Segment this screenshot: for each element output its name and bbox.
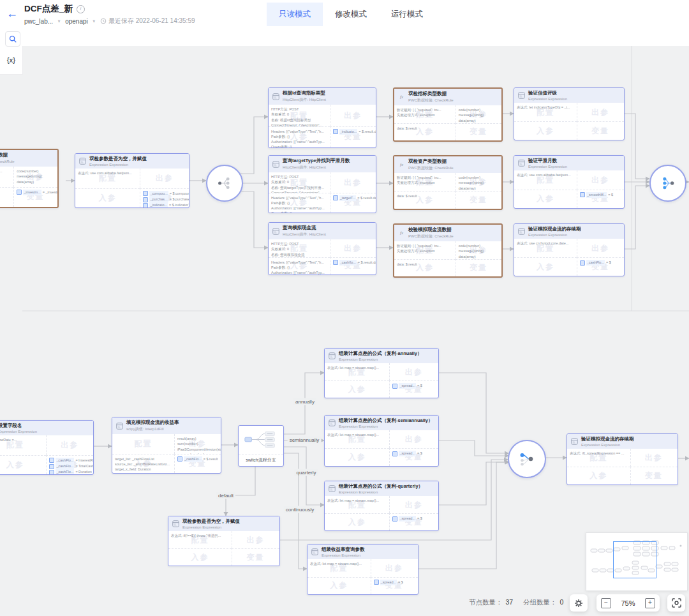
settings-button[interactable] bbox=[570, 594, 588, 612]
focus-icon bbox=[672, 598, 681, 608]
plugin-icon bbox=[517, 159, 526, 167]
variable-tag: _cashFlo...= $.result bbox=[177, 456, 218, 462]
node-title: 验证平滑月数 bbox=[528, 158, 567, 164]
flow-node-expr-quarterly[interactable]: 组装计算点差的公式（复利-quarterly）Expression Expres… bbox=[324, 481, 439, 531]
variable-tag: _cashflo...= $.result.dat... bbox=[333, 260, 373, 266]
tab-mode-0[interactable]: 只读模式 bbox=[267, 3, 323, 26]
flow-node-expr-rating[interactable]: 验证估值评级Expression Expression配置出参入参变量表达式: … bbox=[514, 87, 625, 140]
checkrule-icon: fx bbox=[397, 93, 406, 101]
flow-node-merge-top[interactable] bbox=[649, 165, 686, 202]
plugin-icon bbox=[517, 91, 526, 100]
flow-node-setfield-partial[interactable]: 设置字段名Expression Expression配置出参入参变量_cashF… bbox=[0, 420, 94, 475]
node-subtitle: Expression Expression bbox=[528, 165, 567, 169]
tab-mode-1[interactable]: 修改模式 bbox=[323, 3, 379, 26]
flow-node-expr-smooth[interactable]: 验证平滑月数Expression Expression配置出参入参变量表达式: … bbox=[514, 155, 625, 209]
node-subtitle: Expression Expression bbox=[339, 357, 422, 361]
node-subtitle: Expression Expression bbox=[339, 490, 423, 494]
switch-node-label: switch流程分支 bbox=[239, 454, 283, 466]
flow-node-switch-branch[interactable]: switch流程分支 bbox=[238, 425, 284, 467]
node-count: 节点数量：37 bbox=[469, 598, 513, 607]
variable-tag: _targetT...= $.result.data bbox=[333, 195, 373, 201]
plugin-icon bbox=[78, 157, 87, 165]
node-title: 查询targetType并找到平滑月数 bbox=[283, 158, 350, 164]
flow-node-check-cashflow[interactable]: fx校验模拟现金流数据PWC数据校验: CheckRule配置出参入参变量验证规… bbox=[393, 223, 503, 278]
flow-node-check-asset[interactable]: fx双检资产类型数据PWC数据校验: CheckRule配置出参入参变量验证规则… bbox=[393, 155, 503, 210]
zoom-out-button[interactable]: − bbox=[601, 598, 611, 608]
node-subtitle: Expression Expression bbox=[182, 525, 240, 529]
variable-tag: _compou...= $.compoun... bbox=[143, 191, 186, 197]
clock-icon bbox=[100, 18, 107, 24]
variable-tag: _purchas...= $.purchase... bbox=[143, 197, 186, 202]
flow-canvas[interactable]: {x} fx校验投资参数数据PWC数据校验: CheckRule配置出参入参变量… bbox=[0, 46, 689, 616]
flow-node-expr-annually[interactable]: 组装计算点差的公式（复利-annually）Expression Express… bbox=[324, 348, 439, 398]
checkrule-icon: fx bbox=[397, 229, 406, 237]
workspace-select[interactable]: pwc_lab... bbox=[24, 18, 53, 25]
flow-node-expr-yield-params[interactable]: 组装收益率查询参数Expression Expression配置出参入参变量表达… bbox=[307, 544, 419, 595]
zoom-control: − 75% + bbox=[596, 594, 660, 612]
variables-panel-toggle[interactable]: {x} bbox=[0, 46, 23, 75]
edge-label-quarterly: quarterly bbox=[294, 469, 318, 476]
info-icon[interactable]: i bbox=[77, 5, 85, 13]
flow-node-expr-duration-top[interactable]: 验证模拟现金流的存续期Expression Expression配置出参入参变量… bbox=[514, 223, 625, 276]
minimap[interactable] bbox=[586, 532, 688, 591]
flow-node-expr-semiannually[interactable]: 组装计算点差的公式（复利-semiannually）Expression Exp… bbox=[324, 415, 439, 467]
flow-node-check-invest-partial[interactable]: fx校验投资参数数据PWC数据校验: CheckRule配置出参入参变量验证规则… bbox=[0, 149, 59, 208]
node-subtitle: Expression Expression bbox=[581, 443, 634, 447]
variable-tag: _spread...= $ bbox=[374, 580, 415, 585]
plugin-icon bbox=[570, 437, 579, 446]
node-title: 校验投资参数数据 bbox=[0, 152, 15, 158]
plugin-icon bbox=[272, 93, 280, 101]
plugin-icon bbox=[172, 520, 180, 528]
edge-label-annually: annually bbox=[293, 398, 316, 405]
node-title: 设置字段名 bbox=[0, 423, 37, 429]
node-subtitle: Expression Expression bbox=[322, 553, 365, 557]
flow-node-check-indicator[interactable]: fx双检指标类型数据PWC数据校验: CheckRule配置出参入参变量验证规则… bbox=[393, 87, 503, 142]
node-title: 组装计算点差的公式（复利-annually） bbox=[339, 350, 422, 357]
node-subtitle: PWC数据校验: CheckRule bbox=[0, 159, 15, 165]
zoom-in-button[interactable]: + bbox=[645, 598, 655, 608]
node-title: 组装收益率查询参数 bbox=[322, 546, 365, 553]
node-subtitle: Expression Expression bbox=[528, 233, 581, 237]
mode-tabs: 只读模式修改模式运行模式 bbox=[267, 3, 435, 26]
minimap-viewport[interactable] bbox=[613, 541, 656, 578]
page-title: DCF点差_新 bbox=[24, 3, 73, 15]
variable-tag: _cashFlo...= InterestRate bbox=[49, 458, 91, 463]
node-subtitle: scipy插值: Interp1dFill bbox=[126, 426, 179, 432]
last-saved: 最近保存 2022-06-21 14:35:59 bbox=[100, 17, 195, 26]
node-subtitle: Expression Expression bbox=[339, 424, 433, 428]
variable-tag: _indicato...= $.indicatorT... bbox=[143, 202, 186, 207]
node-title: 校验模拟现金流数据 bbox=[408, 227, 454, 233]
node-subtitle: Expression Expression bbox=[528, 97, 567, 101]
flow-node-expr-assign-bottom[interactable]: 双检参数是否为空，并赋值Expression Expression配置出参入参变… bbox=[168, 516, 280, 566]
node-title: 根据id查询指标类型 bbox=[283, 90, 326, 96]
node-title: 验证模拟现金流的存续期 bbox=[581, 436, 634, 442]
node-title: 双检参数是否为空，并赋值 bbox=[89, 156, 147, 162]
search-button[interactable] bbox=[5, 31, 20, 47]
flow-node-fill-yield[interactable]: 填充模拟现金流的收益率scipy插值: Interp1dFill配置出参入参变量… bbox=[112, 417, 221, 474]
channel-select[interactable]: openapi bbox=[65, 18, 88, 25]
flow-node-expr-verify-duration[interactable]: 验证模拟现金流的存续期Expression Expression配置出参入参变量… bbox=[567, 433, 678, 485]
fork-icon bbox=[212, 170, 237, 196]
node-title: 填充模拟现金流的收益率 bbox=[126, 419, 179, 426]
flow-node-merge-bottom[interactable] bbox=[508, 440, 546, 478]
node-title: 组装计算点差的公式（复利-semiannually） bbox=[339, 417, 433, 424]
node-subtitle: HttpClient插件: HttpClient bbox=[283, 165, 350, 170]
switch-branches-icon bbox=[242, 429, 279, 451]
node-subtitle: Expression Expression bbox=[0, 430, 37, 433]
flow-node-http-cashflow[interactable]: 查询模拟现金流HttpClient插件: HttpClient配置出参入参变量H… bbox=[268, 222, 376, 275]
variable-tag: _cashFlo...= $ bbox=[580, 260, 621, 266]
flow-node-fork-top[interactable] bbox=[206, 165, 243, 202]
flow-node-http-targettype[interactable]: 查询targetType并找到平滑月数HttpClient插件: HttpCli… bbox=[268, 155, 376, 213]
back-arrow-icon[interactable]: ← bbox=[6, 6, 18, 20]
tab-mode-2[interactable]: 运行模式 bbox=[379, 3, 435, 26]
flow-node-expr-assign-top[interactable]: 双检参数是否为空，并赋值Expression Expression配置出参入参变… bbox=[75, 153, 189, 208]
merge-icon bbox=[655, 170, 681, 196]
node-subtitle: PWC数据校验: CheckRule bbox=[408, 98, 454, 103]
node-subtitle: Expression Expression bbox=[89, 163, 147, 167]
edge-label-default: default bbox=[216, 492, 235, 499]
flow-node-http-indicator[interactable]: 根据id查询指标类型HttpClient插件: HttpClient配置出参入参… bbox=[268, 87, 376, 148]
node-title: 验证模拟现金流的存续期 bbox=[528, 226, 581, 232]
node-title: 双检资产类型数据 bbox=[408, 158, 454, 165]
fit-view-button[interactable] bbox=[667, 594, 685, 612]
checkrule-icon: fx bbox=[397, 161, 406, 169]
